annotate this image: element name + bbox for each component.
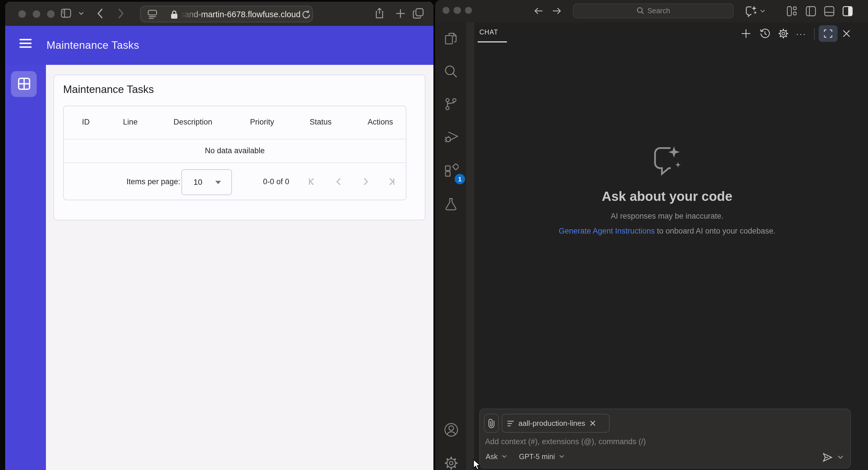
vscode-window: Search <box>435 0 868 470</box>
tab-overview-icon[interactable] <box>413 8 424 19</box>
mode-dropdown[interactable]: Ask <box>486 453 507 461</box>
toggle-secondary-sidebar-icon[interactable] <box>842 6 853 17</box>
settings-gear-icon[interactable] <box>443 456 458 470</box>
sidebar-item-maintenance-tasks[interactable] <box>11 71 37 97</box>
send-options-chevron-icon[interactable] <box>838 455 843 460</box>
hamburger-menu-icon[interactable] <box>20 38 32 48</box>
chat-input-placeholder[interactable]: Add context (#), extensions (@), command… <box>485 437 646 446</box>
remove-context-icon[interactable] <box>590 420 596 427</box>
reload-icon[interactable] <box>302 9 311 19</box>
chat-settings-gear-icon[interactable] <box>777 27 790 40</box>
traffic-minimize-button[interactable] <box>33 10 40 18</box>
table-pagination: Items per page: 10 0-0 of 0 <box>64 163 406 200</box>
panel-edge[interactable] <box>466 22 474 470</box>
sidebar-toggle-icon[interactable] <box>61 9 71 18</box>
activity-bar: 1 <box>435 22 466 470</box>
safari-window: sand-martin-6678.flowfuse.cloud <box>5 2 433 470</box>
column-header-description: Description <box>174 106 212 138</box>
search-placeholder: Search <box>647 7 670 14</box>
empty-state-subtitle: AI responses may be inaccurate. <box>474 212 860 220</box>
context-chip-label: aall-production-lines <box>518 419 585 428</box>
copilot-icon[interactable] <box>745 5 758 17</box>
chat-empty-state: Ask about your code AI responses may be … <box>474 143 860 235</box>
vscode-titlebar: Search <box>435 0 868 22</box>
pagination-range: 0-0 of 0 <box>253 163 299 200</box>
next-page-button[interactable] <box>355 171 375 192</box>
new-chat-icon[interactable] <box>739 27 753 40</box>
model-label: GPT-5 mini <box>519 453 555 461</box>
data-table: ID Line Description Priority Status Acti… <box>63 105 406 200</box>
run-debug-icon[interactable] <box>443 130 458 144</box>
card-title: Maintenance Tasks <box>63 83 154 96</box>
traffic-zoom-button[interactable] <box>465 7 472 14</box>
copilot-chevron-down-icon[interactable] <box>760 9 765 13</box>
model-dropdown[interactable]: GPT-5 mini <box>519 453 564 461</box>
search-icon[interactable] <box>443 64 458 79</box>
url-text: sand-martin-6678.flowfuse.cloud <box>180 6 301 23</box>
lock-icon <box>170 10 178 19</box>
prev-page-button[interactable] <box>329 171 349 192</box>
traffic-minimize-button[interactable] <box>454 7 461 14</box>
toggle-primary-sidebar-icon[interactable] <box>805 6 816 17</box>
empty-state-link-line: Generate Agent Instructions to onboard A… <box>474 227 860 235</box>
mouse-cursor <box>473 459 480 470</box>
page-settings-icon[interactable] <box>148 9 157 19</box>
back-button[interactable] <box>97 8 103 19</box>
source-control-icon[interactable] <box>443 97 458 111</box>
chat-history-icon[interactable] <box>758 27 772 40</box>
safari-toolbar: sand-martin-6678.flowfuse.cloud <box>5 2 433 26</box>
desktop: sand-martin-6678.flowfuse.cloud <box>0 0 868 470</box>
chat-panel: CHAT <box>474 22 868 470</box>
dashboard-sidebar <box>5 65 46 470</box>
items-per-page-value: 10 <box>193 169 203 194</box>
dashboard-content: Maintenance Tasks ID Line Description Pr… <box>46 65 433 470</box>
items-per-page-select[interactable]: 10 <box>181 169 232 195</box>
items-per-page-label: Items per page: <box>126 163 180 200</box>
traffic-close-button[interactable] <box>442 7 450 14</box>
list-selection-icon <box>507 420 515 427</box>
column-header-line: Line <box>123 106 137 138</box>
column-header-id: ID <box>82 106 90 138</box>
column-header-actions: Actions <box>368 106 393 138</box>
tab-chat[interactable]: CHAT <box>479 29 498 36</box>
traffic-zoom-button[interactable] <box>47 10 54 18</box>
nav-back-icon[interactable] <box>533 6 544 16</box>
account-icon[interactable] <box>443 422 458 437</box>
send-button[interactable] <box>823 453 832 462</box>
address-bar[interactable]: sand-martin-6678.flowfuse.cloud <box>140 5 313 22</box>
extensions-badge: 1 <box>455 174 465 184</box>
column-header-status: Status <box>310 106 332 138</box>
mode-label: Ask <box>486 453 498 461</box>
app-bar-title: Maintenance Tasks <box>46 39 139 52</box>
explorer-icon[interactable] <box>443 32 458 46</box>
empty-table-message: No data available <box>64 138 406 162</box>
more-actions-icon[interactable]: ··· <box>795 27 808 40</box>
dashboard-app-bar: Maintenance Tasks <box>5 26 433 65</box>
empty-state-link-suffix: to onboard AI onto your codebase. <box>655 227 775 235</box>
share-icon[interactable] <box>375 7 384 19</box>
empty-state-title: Ask about your code <box>474 189 860 204</box>
toggle-panel-icon[interactable] <box>824 6 835 17</box>
column-header-priority: Priority <box>250 106 274 138</box>
new-tab-icon[interactable] <box>396 9 405 19</box>
sidebar-chevron-down-icon[interactable] <box>79 11 84 15</box>
select-caret-icon <box>215 181 221 184</box>
chevron-down-icon <box>502 455 507 459</box>
traffic-close-button[interactable] <box>19 10 26 18</box>
first-page-button[interactable] <box>301 171 322 192</box>
grid-icon <box>18 77 30 90</box>
nav-forward-icon[interactable] <box>552 6 562 16</box>
close-panel-icon[interactable] <box>840 27 853 40</box>
maximize-panel-button[interactable] <box>818 25 838 42</box>
chat-input-box[interactable]: aall-production-lines Add context (#), e… <box>479 409 850 468</box>
paperclip-icon <box>488 418 495 428</box>
customize-layout-icon[interactable] <box>786 6 797 17</box>
command-center-search[interactable]: Search <box>573 3 734 18</box>
last-page-button[interactable] <box>381 171 401 192</box>
testing-icon[interactable] <box>443 197 458 211</box>
context-chip[interactable]: aall-production-lines <box>502 414 610 433</box>
attach-context-button[interactable] <box>484 414 499 433</box>
chat-sparkle-icon <box>474 143 860 176</box>
forward-button[interactable] <box>118 8 124 19</box>
generate-agent-instructions-link[interactable]: Generate Agent Instructions <box>559 227 655 235</box>
